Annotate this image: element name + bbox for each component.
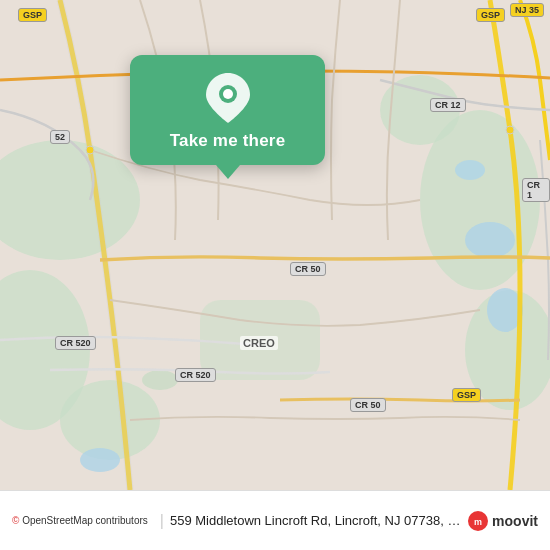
svg-point-3 [60,380,160,460]
moovit-text: moovit [492,513,538,529]
moovit-icon: m [468,511,488,531]
gsp-bottom-badge: GSP [452,388,481,402]
cr50-mid-badge: CR 50 [290,262,326,276]
svg-point-10 [455,160,485,180]
nj35-badge: NJ 35 [510,3,544,17]
gsp-badge-tr: GSP [476,8,505,22]
gsp-badge-tl: GSP [18,8,47,22]
take-me-there-button[interactable]: Take me there [170,131,286,151]
svg-point-12 [142,370,178,390]
cr52-badge: 52 [50,130,70,144]
svg-point-13 [86,146,94,154]
cr50-low-badge: CR 50 [350,398,386,412]
moovit-logo: m moovit [468,511,538,531]
svg-point-17 [223,89,233,99]
popup-card[interactable]: Take me there [130,55,325,165]
svg-point-15 [506,126,514,134]
svg-text:m: m [474,517,482,527]
cr520-l-badge: CR 520 [55,336,96,350]
cr1-badge: CR 1 [522,178,550,202]
svg-point-8 [465,222,515,258]
map-container: GSP GSP NJ 35 50 52 CR 12 CR 1 CR 50 CR … [0,0,550,490]
cr12-badge: CR 12 [430,98,466,112]
location-pin-icon [206,73,250,123]
svg-point-11 [80,448,120,472]
osm-attribution: © OpenStreetMap contributors [12,515,148,526]
bottom-bar: © OpenStreetMap contributors | 559 Middl… [0,490,550,550]
address-text: 559 Middletown Lincroft Rd, Lincroft, NJ… [170,513,468,528]
creo-label: CREO [240,336,278,350]
cr520-c-badge: CR 520 [175,368,216,382]
